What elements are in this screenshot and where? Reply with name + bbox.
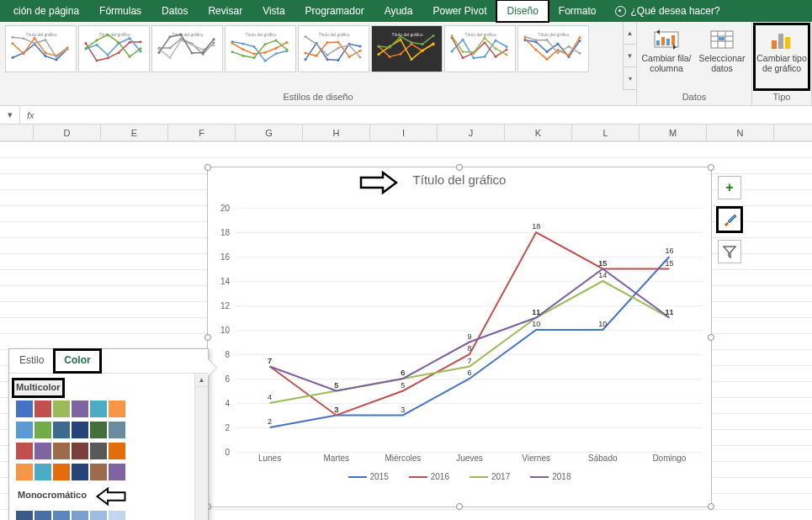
ribbon-tab-datos[interactable]: Datos xyxy=(151,0,198,22)
gallery-scroll: ▲ ▼ ▾ xyxy=(623,22,636,90)
col-header-K[interactable]: K xyxy=(505,125,572,141)
color-swatch[interactable] xyxy=(53,443,70,459)
flyout-tab-style[interactable]: Estilo xyxy=(9,349,54,373)
legend-item-2018[interactable]: 2018 xyxy=(530,472,571,481)
legend-item-2015[interactable]: 2015 xyxy=(348,472,389,481)
ribbon-tab-f-rmulas[interactable]: Fórmulas xyxy=(89,0,151,22)
legend-item-2016[interactable]: 2016 xyxy=(409,472,449,481)
color-swatch[interactable] xyxy=(34,464,51,480)
ribbon-tab-formato[interactable]: Formato xyxy=(549,0,607,22)
svg-point-89 xyxy=(304,35,306,38)
flyout-tab-color[interactable]: Color xyxy=(54,349,100,373)
col-header-L[interactable]: L xyxy=(572,125,640,141)
col-header-F[interactable]: F xyxy=(168,125,236,141)
svg-point-150 xyxy=(567,45,570,48)
svg-point-33 xyxy=(95,39,98,41)
ribbon-tab-revisar[interactable]: Revisar xyxy=(198,0,252,22)
legend-item-2017[interactable]: 2017 xyxy=(470,472,510,481)
color-swatch[interactable] xyxy=(109,511,125,520)
color-swatch[interactable] xyxy=(109,422,125,438)
color-swatch[interactable] xyxy=(109,443,125,459)
svg-point-24 xyxy=(128,41,130,44)
color-swatch[interactable] xyxy=(34,422,51,438)
scroll-up-icon[interactable]: ▲ xyxy=(195,374,208,387)
gallery-more-icon[interactable]: ▾ xyxy=(624,67,636,90)
style-thumb-8[interactable]: Título del gráfico xyxy=(517,25,589,72)
style-thumb-1[interactable]: Título del gráfico xyxy=(5,25,77,72)
col-header-G[interactable]: G xyxy=(236,125,303,141)
style-thumb-4[interactable]: Título del gráfico xyxy=(225,25,296,72)
gallery-down-icon[interactable]: ▼ xyxy=(624,45,636,67)
svg-point-22 xyxy=(106,56,109,59)
color-swatch[interactable] xyxy=(72,422,88,438)
col-header-H[interactable]: H xyxy=(303,125,370,141)
multi-palette-3[interactable] xyxy=(16,464,189,480)
svg-point-111 xyxy=(410,41,412,44)
ribbon-tab-programador[interactable]: Programador xyxy=(295,0,374,22)
svg-point-130 xyxy=(483,37,486,40)
color-swatch[interactable] xyxy=(109,401,125,417)
color-swatch[interactable] xyxy=(90,511,107,520)
col-header-D[interactable]: D xyxy=(34,125,101,141)
multi-palette-1[interactable] xyxy=(16,422,189,438)
name-box-dropdown-icon[interactable]: ▾ xyxy=(0,106,20,124)
color-swatch[interactable] xyxy=(90,443,107,459)
color-swatch[interactable] xyxy=(34,443,51,459)
style-thumb-3[interactable]: Título del gráfico xyxy=(151,25,223,72)
flyout-scrollbar[interactable]: ▲ ▼ xyxy=(194,374,208,520)
ribbon-tab-ci-n-de-p-gina[interactable]: ción de página xyxy=(3,0,89,22)
mono-palette-0[interactable] xyxy=(16,511,189,520)
fx-label[interactable]: fx xyxy=(20,110,41,120)
color-swatch[interactable] xyxy=(72,401,88,417)
col-header-N[interactable]: N xyxy=(707,125,774,141)
svg-point-21 xyxy=(95,60,98,62)
multi-palette-2[interactable] xyxy=(16,443,189,459)
chart-title[interactable]: Título del gráfico xyxy=(208,167,711,188)
ribbon-tab-dise-o[interactable]: Diseño xyxy=(496,0,548,22)
chart-legend: 2015201620172018 xyxy=(208,472,711,481)
col-header-M[interactable]: M xyxy=(640,125,707,141)
svg-point-109 xyxy=(388,46,390,49)
embedded-chart[interactable]: Título del gráfico 02468101214161820 233… xyxy=(207,167,712,507)
color-swatch[interactable] xyxy=(53,401,70,417)
color-swatch[interactable] xyxy=(72,443,88,459)
color-swatch[interactable] xyxy=(16,401,33,417)
color-swatch[interactable] xyxy=(90,401,107,417)
col-header-J[interactable]: J xyxy=(438,125,505,141)
color-swatch[interactable] xyxy=(16,464,33,480)
color-swatch[interactable] xyxy=(34,511,51,520)
chart-filter-button[interactable] xyxy=(718,240,741,263)
ribbon-tab-power-pivot[interactable]: Power Pivot xyxy=(422,0,496,22)
svg-point-27 xyxy=(95,44,98,46)
gallery-up-icon[interactable]: ▲ xyxy=(624,22,636,45)
color-swatch[interactable] xyxy=(109,464,125,480)
style-thumb-2[interactable]: Título del gráfico xyxy=(78,25,150,72)
col-header-E[interactable]: E xyxy=(101,125,168,141)
switch-row-column-button[interactable]: Cambiar fila/ columna xyxy=(639,24,694,90)
color-swatch[interactable] xyxy=(90,464,107,480)
change-chart-type-button[interactable]: Cambiar tipo de gráfico xyxy=(754,24,809,90)
ribbon-tab-ayuda[interactable]: Ayuda xyxy=(374,0,423,22)
color-swatch[interactable] xyxy=(34,401,51,417)
col-header-I[interactable]: I xyxy=(370,125,438,141)
ribbon-tab-vista[interactable]: Vista xyxy=(252,0,295,22)
worksheet-area[interactable]: Título del gráfico 02468101214161820 233… xyxy=(0,141,812,520)
color-swatch[interactable] xyxy=(16,511,33,520)
select-data-button[interactable]: Seleccionar datos xyxy=(694,24,750,90)
chart-add-element-button[interactable]: + xyxy=(718,176,741,199)
color-swatch[interactable] xyxy=(72,511,88,520)
style-thumb-7[interactable]: Título del gráfico xyxy=(444,25,516,72)
color-swatch[interactable] xyxy=(72,464,88,480)
multi-palette-0[interactable] xyxy=(16,401,189,417)
style-thumb-5[interactable]: Título del gráfico xyxy=(298,25,369,72)
color-swatch[interactable] xyxy=(53,464,70,480)
color-swatch[interactable] xyxy=(53,422,70,438)
color-swatch[interactable] xyxy=(90,422,107,438)
style-thumb-6[interactable]: Título del gráfico xyxy=(371,25,443,72)
color-swatch[interactable] xyxy=(53,511,70,520)
chart-styles-button[interactable] xyxy=(718,208,741,231)
color-swatch[interactable] xyxy=(16,422,33,438)
color-swatch[interactable] xyxy=(16,443,33,459)
col-header-corner[interactable] xyxy=(0,125,34,141)
tell-me-search[interactable]: ¿Qué desea hacer? xyxy=(607,0,729,22)
